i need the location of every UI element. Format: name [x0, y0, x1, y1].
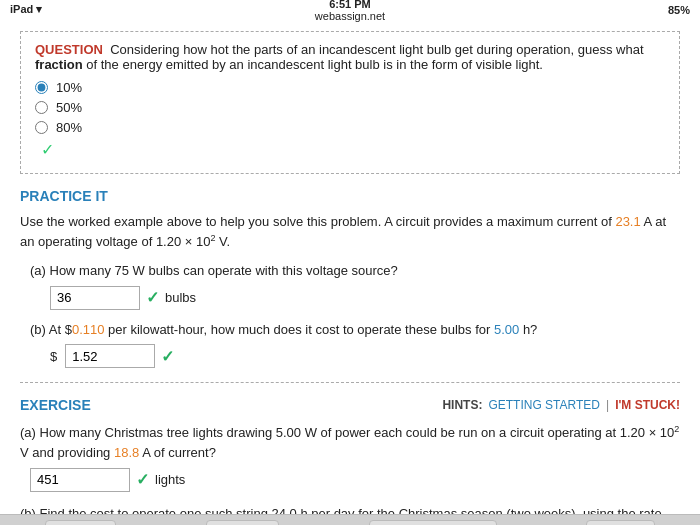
exercise-sub-a-label: (a) How many Christmas tree lights drawi… [20, 423, 680, 462]
practice-sub-b-input[interactable] [65, 344, 155, 368]
question-section: QUESTION Considering how hot the parts o… [20, 31, 680, 174]
exercise-title: EXERCISE [20, 397, 91, 413]
radio-10pct[interactable] [35, 81, 48, 94]
practice-it-intro: Use the worked example above to help you… [20, 212, 680, 251]
exercise-current: 18.8 [114, 445, 139, 460]
practice-sub-a: (a) How many 75 W bulbs can operate with… [30, 261, 680, 310]
practice-sub-b-input-row: $ ✓ [50, 344, 680, 368]
exercise-sub-b: (b) Find the cost to operate one such st… [20, 504, 680, 514]
practice-help-button[interactable]: Practice/Help/Hints [369, 520, 497, 526]
practice-button[interactable]: Practice [206, 520, 280, 526]
back-button[interactable]: ◄ back [45, 520, 116, 526]
practice-sub-b-check: ✓ [161, 347, 174, 366]
radio-label-10: 10% [56, 80, 82, 95]
exercise-sub-b-label: (b) Find the cost to operate one such st… [20, 504, 680, 514]
bottom-nav: ◄ back Practice Practice/Help/Hints next… [0, 514, 700, 525]
divider-1 [20, 382, 680, 383]
status-left: iPad ▾ [10, 3, 42, 16]
current-value: 23.1 [615, 214, 640, 229]
radio-group: 10% 50% 80% [35, 80, 665, 135]
practice-sub-a-unit: bulbs [165, 288, 196, 308]
exercise-sub-a-input[interactable] [30, 468, 130, 492]
pipe-separator: | [606, 398, 609, 412]
hints-label: HINTS: [442, 398, 482, 412]
next-button[interactable]: next ► [586, 520, 655, 526]
question-text: QUESTION Considering how hot the parts o… [35, 42, 665, 72]
radio-label-80: 80% [56, 120, 82, 135]
radio-50pct[interactable] [35, 101, 48, 114]
practice-sub-b-label: (b) At $0.110 per kilowatt-hour, how muc… [30, 320, 680, 340]
question-body: Considering how hot the parts of an inca… [35, 42, 644, 72]
hints-row: HINTS: GETTING STARTED | I'M STUCK! [442, 398, 680, 412]
practice-sub-a-input[interactable] [50, 286, 140, 310]
status-center: 6:51 PM webassign.net [315, 0, 385, 22]
practice-sub-a-label: (a) How many 75 W bulbs can operate with… [30, 261, 680, 281]
getting-started-link[interactable]: GETTING STARTED [488, 398, 600, 412]
radio-label-50: 50% [56, 100, 82, 115]
practice-sub-a-check: ✓ [146, 288, 159, 307]
radio-80pct[interactable] [35, 121, 48, 134]
exercise-sub-a: (a) How many Christmas tree lights drawi… [20, 423, 680, 491]
practice-sub-b: (b) At $0.110 per kilowatt-hour, how muc… [30, 320, 680, 369]
exercise-sub-a-unit: lights [155, 470, 185, 490]
im-stuck-link[interactable]: I'M STUCK! [615, 398, 680, 412]
exercise-sub-a-input-row: ✓ lights [30, 468, 680, 492]
status-bar: iPad ▾ 6:51 PM webassign.net 85% [0, 0, 700, 19]
question-check-icon: ✓ [41, 140, 665, 159]
main-content: QUESTION Considering how hot the parts o… [0, 19, 700, 514]
radio-item-50: 50% [35, 100, 665, 115]
exercise-header: EXERCISE HINTS: GETTING STARTED | I'M ST… [20, 397, 680, 413]
practice-it-title: PRACTICE IT [20, 188, 680, 204]
hours-value: 5.00 [494, 322, 519, 337]
radio-item-10: 10% [35, 80, 665, 95]
question-label: QUESTION [35, 42, 103, 57]
practice-it-section: PRACTICE IT Use the worked example above… [20, 188, 680, 368]
exercise-section: EXERCISE HINTS: GETTING STARTED | I'M ST… [20, 397, 680, 514]
exercise-sub-a-check: ✓ [136, 470, 149, 489]
status-right: 85% [668, 4, 690, 16]
dollar-sign-b: $ [50, 349, 57, 364]
radio-item-80: 80% [35, 120, 665, 135]
practice-sub-a-input-row: ✓ bulbs [50, 286, 680, 310]
rate-value: 0.110 [72, 322, 105, 337]
